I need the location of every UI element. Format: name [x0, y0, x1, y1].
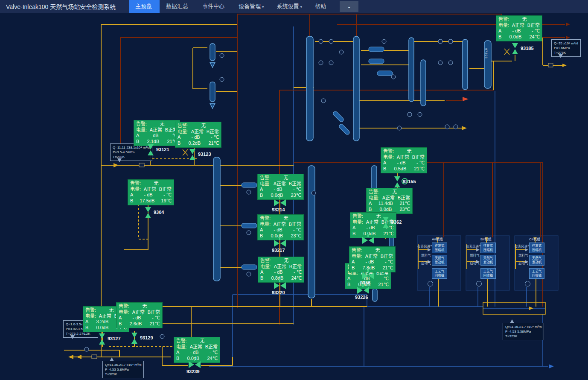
sensor-panel[interactable]: 告警:无 电量:A正常B正常 A- dB- ℃ B2.6dB21℃ [116, 302, 163, 328]
valve-tag: 93214 [272, 207, 285, 212]
valve-icon[interactable]: 93121 [147, 144, 154, 155]
vessel-tag: H7308 [485, 48, 488, 59]
unit-title: B#机组 [480, 237, 492, 241]
valve-icon[interactable]: 93185 [511, 43, 519, 54]
valve-tag: 93239 [186, 369, 200, 374]
flow-parameters-callout: Q=11.36-21.7 x10⁴ m³/hP=4.53-5.58MPaT=32… [503, 323, 544, 340]
valve-icon[interactable]: 93217 [274, 240, 286, 247]
valve-icon[interactable]: 93214 [274, 199, 286, 206]
nav-tab[interactable]: 设备管理▾ [232, 0, 271, 13]
unit-inlet-label: 燃料气 [421, 253, 431, 257]
valve-tag: 9356 [360, 280, 370, 285]
unit-compressor-box: 往复式压缩机 [432, 243, 447, 253]
main-preview-screen: H7308 Q=35 x10⁴ m³/dP=1.6MPaT=275K Q=11.… [0, 0, 588, 380]
unit-inlet-label: 燃料气 [518, 253, 528, 257]
chevron-down-icon: ⌄ [347, 3, 352, 9]
flow-parameters-callout: Q=35 x10⁴ m³/dP=1.6MPaT=275K [551, 39, 581, 57]
motor-actuator-icon [402, 178, 408, 184]
app-title: Valve-Inleak100 天然气场站安全检测系统 [0, 2, 129, 11]
valve-icon[interactable]: 93123 [189, 149, 196, 160]
nav-tab[interactable]: 帮助 [309, 0, 334, 13]
sensor-panel[interactable]: 告警:无 电量:A正常B正常 A- dB- ℃ B0.2dB21℃ [175, 122, 221, 148]
valve-icon[interactable] [362, 237, 375, 244]
valve-icon[interactable]: 93226 [357, 287, 370, 294]
unit-recovery-box: 工艺气回收撬 [432, 268, 447, 279]
unit-instrument-icon [525, 281, 530, 286]
unit-recovery-box: 工艺气回收撬 [480, 268, 496, 279]
sensor-panel[interactable]: 告警:无 电量:A正常B正常 A- dB- ℃ B0.0dB24℃ [174, 337, 220, 363]
unit-engine-box: 天然气发动机 [480, 255, 496, 266]
valve-icon[interactable]: 93127 [98, 333, 106, 345]
valve-icon[interactable]: 93239 [188, 361, 201, 368]
unit-engine-box: 天然气发动机 [529, 255, 544, 266]
compressor-unit: C#机组 仪表风进气 燃料气 启动气 往复式压缩机 天然气发动机 工艺气回收撬 [515, 236, 558, 290]
valve-tag: 93121 [156, 147, 169, 152]
valve-icon[interactable]: 93155 [393, 176, 401, 187]
compressor-unit: B#机组 仪表风进气 燃料气 启动气 往复式压缩机 天然气发动机 工艺气回收撬 [466, 236, 509, 290]
unit-inlet-label: 燃料气 [470, 253, 480, 257]
valve-icon[interactable]: 93129 [131, 333, 138, 344]
valve-icon[interactable]: 9362 [382, 217, 390, 228]
process-diagram: H7308 Q=35 x10⁴ m³/dP=1.6MPaT=275K Q=11.… [0, 0, 588, 380]
unit-title: A#机组 [432, 237, 443, 241]
valve-tag: 93129 [140, 335, 153, 340]
valve-tag: 93220 [272, 290, 285, 295]
sensor-panel[interactable]: 告警:无 电量:A正常B正常 A- dB- ℃ B0.5dB21℃ [381, 147, 427, 173]
nav-tab[interactable]: 事件中心 [196, 0, 232, 13]
valve-icon[interactable]: 9356 [362, 272, 375, 279]
unit-instrument-icon [428, 281, 433, 286]
compressor-unit: A#机组 仪表风进气 燃料气 启动气 往复式压缩机 天然气发动机 工艺气回收撬 [417, 236, 461, 290]
flow-parameters-callout: Q=11.11-238.1x10⁴ m³/dP=3.5-4.5MPaT=288K [110, 143, 152, 161]
sensor-panel[interactable]: 告警:无 电量:A正常B正常 A- dB- ℃ B2.1dB21℃ [134, 120, 180, 146]
valve-tag: 93185 [521, 46, 534, 51]
sensor-panel[interactable]: 告警:无 电量:A正常B正常 A- dB- ℃ B17.5dB19℃ [128, 179, 174, 205]
valve-icon[interactable]: 93220 [274, 282, 286, 289]
regulator-icons [183, 49, 509, 155]
unit-instrument-icon [476, 281, 482, 286]
sensor-panel[interactable]: 告警:无 电量:A正常B正常 A- dB- ℃ B0.0dB23℃ [257, 174, 304, 200]
unit-compressor-box: 往复式压缩机 [480, 243, 496, 253]
unit-inlet-label: 仪表风进气 [515, 244, 531, 248]
unit-inlet-label: 启动气 [470, 260, 480, 265]
sensor-panel[interactable]: 告警:无 电量:A正常B正常 A- dB- ℃ B0.8dB24℃ [258, 257, 304, 283]
sensor-panel[interactable]: 告警:无 电量:A正常B正常 A- dB- ℃ B0.0dB24℃ [496, 15, 542, 41]
sensor-panel[interactable]: 告警:无 电量:A正常B正常 A11.4dB21℃ B0.0dB23℃ [366, 188, 413, 214]
valve-tag: 93127 [108, 336, 121, 341]
nav-tab[interactable]: 系统设置▾ [271, 0, 309, 13]
nav-tabs: 主预览 数据汇总 事件中心 设备管理▾ 系统设置▾ 帮助 [129, 0, 334, 13]
valve-tag: 9304 [154, 210, 164, 215]
top-navbar: Valve-Inleak100 天然气场站安全检测系统 主预览 数据汇总 事件中… [0, 0, 588, 13]
unit-inlet-label: 启动气 [518, 260, 528, 265]
unit-compressor-box: 往复式压缩机 [529, 243, 544, 253]
unit-inlet-label: 仪表风进气 [466, 244, 482, 248]
valve-icon[interactable]: 9304 [144, 207, 152, 218]
chevron-down-icon: ▾ [300, 5, 303, 9]
chevron-down-icon: ▾ [262, 5, 264, 9]
collapse-menu-button[interactable]: ⌄ [340, 1, 358, 12]
flow-parameters-callout: Q=11.36-21.7 x10⁴ m³/dP=4.53-5.8MPaT=323… [102, 361, 144, 378]
valve-tag: 9362 [391, 219, 402, 225]
unit-inlet-label: 仪表风进气 [417, 244, 434, 248]
unit-title: C#机组 [529, 237, 540, 241]
nav-tab[interactable]: 数据汇总 [160, 0, 196, 13]
unit-inlet-label: 启动气 [421, 260, 431, 265]
unit-recovery-box: 工艺气回收撬 [529, 268, 544, 279]
valve-tag: 93217 [272, 248, 285, 253]
unit-engine-box: 天然气发动机 [432, 255, 447, 266]
nav-tab[interactable]: 主预览 [129, 0, 160, 13]
sensor-panel[interactable]: 告警:无 电量:A正常B正常 A- dB- ℃ B7.8dB21℃ [349, 246, 396, 272]
valve-tag: 93226 [355, 295, 368, 300]
sensor-panel[interactable]: 告警:无 电量:A正常B正常 A- dB- ℃ B0.0dB23℃ [257, 214, 304, 240]
valve-tag: 93123 [198, 152, 211, 157]
